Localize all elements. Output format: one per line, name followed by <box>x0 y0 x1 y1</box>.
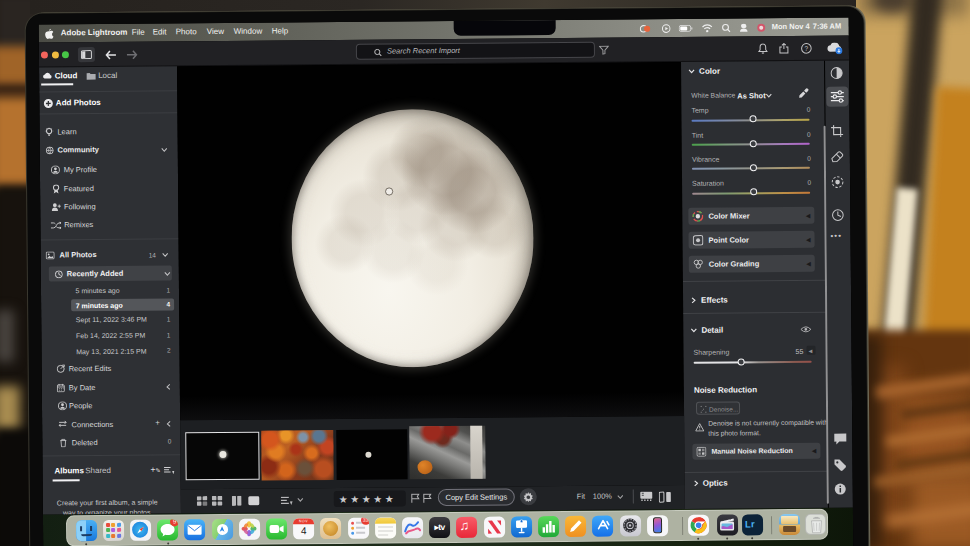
svg-text:?: ? <box>805 45 809 52</box>
